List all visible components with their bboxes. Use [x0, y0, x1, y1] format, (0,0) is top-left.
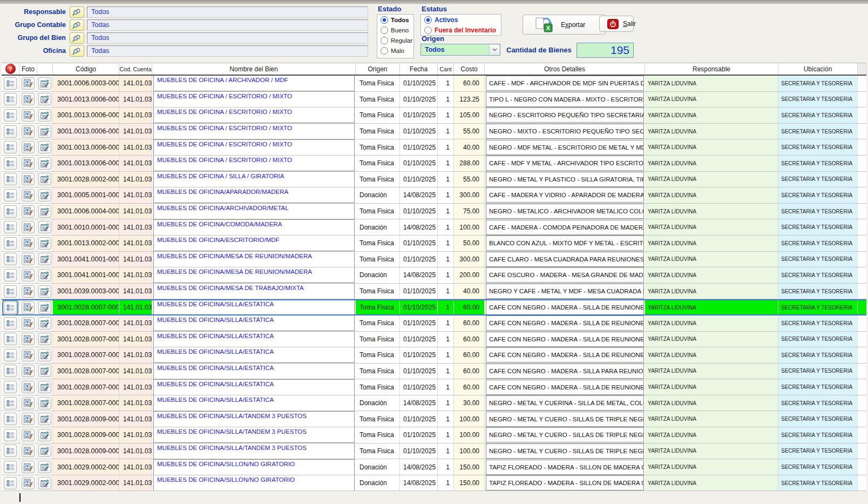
row-photo-button[interactable] [22, 349, 35, 361]
row-detail-button[interactable] [4, 285, 17, 298]
row-detail-button[interactable] [4, 141, 17, 153]
row-detail-button[interactable] [4, 317, 17, 330]
row-edit-button[interactable] [38, 429, 51, 441]
row-photo-button[interactable] [22, 141, 35, 153]
radio-option[interactable]: Fuera del Inventario [424, 25, 501, 35]
row-photo-button[interactable] [22, 429, 35, 441]
row-photo-button[interactable] [22, 477, 35, 489]
row-photo-button[interactable] [22, 93, 35, 105]
table-row[interactable]: 3001.0028.0007-00007 141.01.03 MUEBLES D… [2, 395, 866, 412]
row-photo-button[interactable] [22, 221, 35, 233]
row-detail-button[interactable] [4, 125, 17, 138]
row-photo-button[interactable] [22, 413, 35, 425]
row-photo-button[interactable] [22, 189, 35, 201]
row-edit-button[interactable] [38, 189, 51, 201]
table-row[interactable]: 3001.0028.0007-00003 141.01.03 MUEBLES D… [2, 332, 866, 348]
table-row[interactable]: 3001.0013.0006-00004 141.01.03 MUEBLES D… [2, 139, 866, 156]
row-detail-button[interactable] [4, 429, 17, 441]
origen-select[interactable]: Todos [421, 44, 500, 56]
row-edit-button[interactable] [38, 173, 51, 185]
filter-value-field[interactable]: Todas [87, 45, 368, 57]
row-edit-button[interactable] [38, 157, 51, 170]
row-edit-button[interactable] [38, 77, 51, 90]
row-detail-button[interactable] [4, 397, 17, 409]
row-edit-button[interactable] [38, 253, 51, 265]
row-detail-button[interactable] [4, 445, 17, 457]
row-detail-button[interactable] [4, 189, 17, 201]
table-row[interactable]: 3001.0013.0006-00002 141.01.03 MUEBLES D… [2, 107, 866, 124]
row-detail-button[interactable] [4, 333, 17, 345]
table-row[interactable]: 3001.0005.0001-00001 141.01.03 MUEBLES D… [2, 187, 866, 204]
table-row[interactable]: 3001.0041.0001-00001 141.01.03 MUEBLES D… [2, 252, 866, 268]
row-edit-button[interactable] [38, 237, 51, 250]
table-row[interactable]: 3001.0029.0002-00001 141.01.03 MUEBLES D… [2, 459, 866, 475]
row-detail-button[interactable] [4, 301, 17, 314]
row-detail-button[interactable] [4, 413, 17, 425]
row-detail-button[interactable] [4, 253, 17, 265]
row-edit-button[interactable] [38, 269, 51, 281]
row-photo-button[interactable] [22, 109, 35, 122]
row-edit-button[interactable] [38, 333, 51, 345]
row-edit-button[interactable] [38, 461, 51, 473]
table-row[interactable]: 3001.0039.0003-00001 141.01.03 MUEBLES D… [2, 284, 866, 300]
row-edit-button[interactable] [38, 205, 51, 218]
table-row[interactable]: 3001.0028.0002-00001 141.01.03 MUEBLES D… [2, 172, 866, 188]
row-detail-button[interactable] [4, 381, 17, 393]
row-detail-button[interactable] [4, 237, 17, 250]
row-photo-button[interactable] [22, 285, 35, 298]
radio-option[interactable]: Regular [381, 36, 413, 45]
row-edit-button[interactable] [38, 221, 51, 233]
row-edit-button[interactable] [38, 285, 51, 298]
table-row[interactable]: 3001.0028.0007-00004 141.01.03 MUEBLES D… [2, 347, 866, 364]
row-detail-button[interactable] [4, 77, 17, 90]
table-row[interactable]: 3001.0028.0009-00003 141.01.03 MUEBLES D… [2, 443, 866, 460]
filter-value-field[interactable]: Todos [87, 32, 368, 44]
table-row[interactable]: 3001.0028.0009-00002 141.01.03 MUEBLES D… [2, 427, 866, 443]
row-detail-button[interactable] [4, 157, 17, 170]
radio-option[interactable]: Activos [424, 15, 501, 25]
row-photo-button[interactable] [22, 461, 35, 473]
row-edit-button[interactable] [38, 317, 51, 330]
table-row[interactable]: 3001.0028.0007-00005 141.01.03 MUEBLES D… [2, 364, 866, 380]
row-photo-button[interactable] [22, 237, 35, 250]
table-row[interactable]: 3001.0013.0006-00005 141.01.03 MUEBLES D… [2, 156, 866, 172]
table-row[interactable]: 3001.0028.0009-00001 141.01.03 MUEBLES D… [2, 411, 866, 427]
row-edit-button[interactable] [38, 109, 51, 122]
table-row[interactable]: 3001.0028.0007-00002 141.01.03 MUEBLES D… [2, 315, 866, 332]
row-photo-button[interactable] [22, 317, 35, 330]
row-photo-button[interactable] [22, 397, 35, 409]
row-edit-button[interactable] [38, 301, 51, 314]
row-detail-button[interactable] [4, 109, 17, 122]
row-photo-button[interactable] [22, 205, 35, 218]
table-row[interactable]: 3001.0028.0007-00006 141.01.03 MUEBLES D… [2, 379, 866, 395]
exportar-button[interactable]: X Exportar [523, 15, 606, 35]
row-detail-button[interactable] [4, 461, 17, 473]
row-photo-button[interactable] [22, 381, 35, 393]
chevron-down-icon[interactable] [489, 45, 499, 55]
radio-option[interactable]: Bueno [381, 25, 413, 35]
row-edit-button[interactable] [38, 413, 51, 425]
row-detail-button[interactable] [4, 173, 17, 185]
red-question-icon[interactable]: ? [5, 64, 16, 74]
radio-option[interactable]: Malo [381, 46, 413, 56]
row-detail-button[interactable] [4, 205, 17, 218]
row-edit-button[interactable] [38, 477, 51, 489]
table-row[interactable]: 3001.0013.0002-00001 141.01.03 MUEBLES D… [2, 236, 866, 252]
table-row[interactable]: 3001.0013.0006-00003 141.01.03 MUEBLES D… [2, 124, 866, 140]
table-row[interactable]: 3001.0006.0004-00001 141.01.03 MUEBLES D… [2, 204, 866, 220]
row-edit-button[interactable] [38, 349, 51, 361]
salir-button[interactable]: Salir [599, 16, 634, 32]
row-photo-button[interactable] [22, 333, 35, 345]
row-photo-button[interactable] [22, 445, 35, 457]
row-detail-button[interactable] [4, 349, 17, 361]
row-detail-button[interactable] [4, 221, 17, 233]
row-detail-button[interactable] [4, 93, 17, 105]
table-row[interactable]: 3001.0041.0001-00002 141.01.03 MUEBLES D… [2, 267, 866, 284]
row-photo-button[interactable] [22, 269, 35, 281]
row-photo-button[interactable] [22, 125, 35, 138]
row-detail-button[interactable] [4, 269, 17, 281]
row-photo-button[interactable] [22, 173, 35, 185]
table-row[interactable]: 3001.0029.0002-00002 141.01.03 MUEBLES D… [2, 475, 866, 492]
row-edit-button[interactable] [38, 125, 51, 138]
filter-value-field[interactable]: Todos [87, 6, 368, 18]
